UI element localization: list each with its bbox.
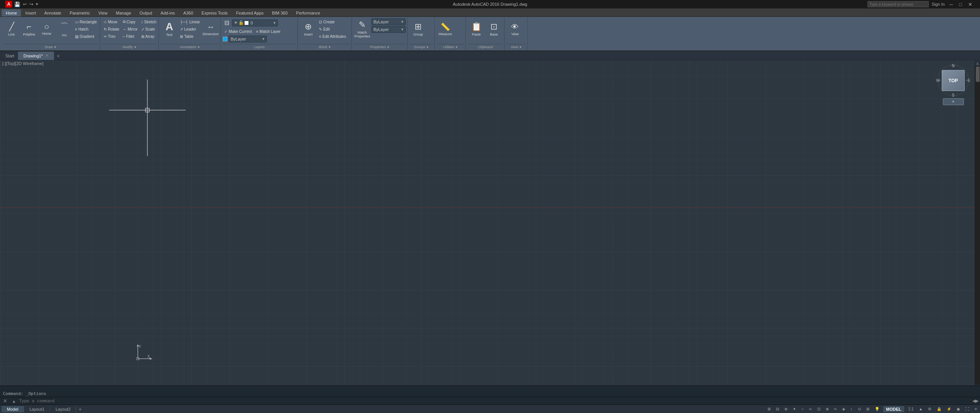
line-btn[interactable]: ╱ Line <box>3 18 20 40</box>
modify-group-label[interactable]: Modify ▼ <box>102 44 157 49</box>
fullscreen-btn[interactable]: ⛶ <box>964 406 971 411</box>
otrack-btn[interactable]: ∞ <box>807 406 813 411</box>
block-group-label[interactable]: Block ▼ <box>300 44 350 49</box>
viewcube-box[interactable]: TOP <box>942 70 965 91</box>
add-tab-btn[interactable]: + <box>54 52 62 60</box>
viewcube-bottom-btn[interactable]: ▼ <box>943 98 964 105</box>
tab-a360[interactable]: A360 <box>179 9 198 16</box>
minimize-btn[interactable]: ─ <box>948 2 954 7</box>
customization-btn[interactable]: ≡ <box>973 406 978 411</box>
redo-icon[interactable]: ↪ <box>29 2 34 7</box>
polar-btn[interactable]: ✦ <box>791 406 797 411</box>
fillet-btn[interactable]: ⌐ Fillet <box>121 33 136 40</box>
model-btn[interactable]: MODEL <box>883 406 905 412</box>
close-btn[interactable]: ✕ <box>967 2 974 7</box>
match-layer-btn[interactable]: ≡ Match Layer <box>255 28 282 35</box>
array-btn[interactable]: ⊞ Array <box>140 33 156 40</box>
cmd-scroll-end-btn[interactable]: ◀▶ <box>972 398 978 403</box>
rectangle-btn[interactable]: ▭ Rectangle <box>74 18 98 25</box>
tab-expresstools[interactable]: Express Tools <box>198 9 232 16</box>
tab-bim360[interactable]: BIM 360 <box>268 9 292 16</box>
vscroll-up-btn[interactable]: ▲ <box>975 60 980 66</box>
tab-performance[interactable]: Performance <box>292 9 324 16</box>
save-icon[interactable]: 💾 <box>13 2 21 7</box>
color-dropdown[interactable]: ByLayer ▼ <box>229 36 267 42</box>
linear-btn[interactable]: ├─┤ Linear <box>178 18 201 25</box>
linetype-dropdown[interactable]: ByLayer ▼ <box>371 18 406 25</box>
snap-btn[interactable]: ⊞ <box>766 406 772 411</box>
layer-name-dropdown[interactable]: ☀ 🔓 0 ▼ <box>232 20 278 26</box>
autocad-logo[interactable]: A <box>5 1 12 8</box>
model-tab[interactable]: Model <box>2 406 24 412</box>
gizmo-btn[interactable]: ⊞ <box>865 406 871 411</box>
tab-view[interactable]: View <box>94 9 112 16</box>
base-btn[interactable]: ⊡ Base <box>485 18 502 40</box>
dimension-btn[interactable]: ↔ Dimension <box>202 18 219 40</box>
3dosnap-btn[interactable]: ⊙ <box>856 406 862 411</box>
move-btn[interactable]: ⊹ Move <box>102 18 119 25</box>
create-btn[interactable]: ⊡ Create <box>317 18 348 25</box>
qa-dropdown-icon[interactable]: ▼ <box>35 2 39 6</box>
tab-featuredapps[interactable]: Featured Apps <box>232 9 268 16</box>
ws-settings-btn[interactable]: ⚙ <box>926 406 933 411</box>
tab-parametric[interactable]: Parametric <box>65 9 94 16</box>
lineweight-dropdown[interactable]: ByLayer ▼ <box>371 26 406 33</box>
edit-attributes-btn[interactable]: ≡ Edit Attributes <box>317 33 348 40</box>
ducs-btn[interactable]: ⊡ <box>816 406 822 411</box>
view-btn[interactable]: 👁 View <box>506 18 523 40</box>
make-current-btn[interactable]: ✓ Make Current <box>223 28 253 35</box>
tab-home[interactable]: Home <box>2 9 21 16</box>
trim-btn[interactable]: ✂ Trim <box>102 33 117 40</box>
start-tab[interactable]: Start <box>2 52 18 59</box>
gradient-btn[interactable]: ▨ Gradient <box>74 33 98 40</box>
tab-manage[interactable]: Manage <box>112 9 136 16</box>
draw-group-label[interactable]: Draw ▼ <box>3 44 98 49</box>
cmd-expand-btn[interactable]: ▲ <box>10 399 18 403</box>
layout1-tab[interactable]: Layout1 <box>24 406 50 412</box>
lock-ui-btn[interactable]: 🔒 <box>935 406 943 411</box>
properties-group-label[interactable]: Properties ▼ <box>354 44 406 49</box>
drawing1-close[interactable]: ✕ <box>45 53 49 58</box>
table-btn[interactable]: ⊞ Table <box>178 33 201 40</box>
tab-addins[interactable]: Add-ins <box>157 9 179 16</box>
tab-output[interactable]: Output <box>136 9 157 16</box>
layout2-tab[interactable]: Layout2 <box>50 406 76 412</box>
vertical-scrollbar[interactable]: ▲ ▼ <box>975 60 980 390</box>
drawing1-tab[interactable]: Drawing1* ✕ <box>18 52 54 60</box>
circle-btn[interactable]: ○ Home <box>38 18 55 40</box>
groups-group-label[interactable]: Groups ▼ <box>410 44 433 49</box>
isolate-btn[interactable]: 💡 <box>873 406 881 411</box>
utilities-group-label[interactable]: Utilities ▼ <box>437 44 464 49</box>
sel-cycling-btn[interactable]: ↕ <box>849 406 854 411</box>
undo-icon[interactable]: ↩ <box>22 2 28 7</box>
signin-btn[interactable]: Sign In <box>932 2 945 7</box>
copy-btn[interactable]: ⧉ Copy <box>121 18 137 25</box>
hardware-accel-btn[interactable]: ⚡ <box>945 406 953 411</box>
grid-btn[interactable]: ⊟ <box>774 406 781 411</box>
add-layout-btn[interactable]: + <box>76 405 84 413</box>
view-group-label[interactable]: View ▼ <box>506 44 526 49</box>
stretch-btn[interactable]: ↕ Stretch <box>140 18 158 25</box>
match-properties-btn[interactable]: ✎ Match Properties <box>354 18 371 40</box>
cmd-input[interactable] <box>19 398 971 403</box>
leader-btn[interactable]: ↗ Leader <box>178 26 201 33</box>
transp-btn[interactable]: ◈ <box>841 406 847 411</box>
paste-btn[interactable]: 📋 Paste <box>468 18 485 40</box>
ortho-btn[interactable]: ⊕ <box>783 406 789 411</box>
text-btn[interactable]: A Text <box>161 18 178 40</box>
tab-annotate[interactable]: Annotate <box>40 9 65 16</box>
lineweight-btn[interactable]: ═ <box>833 406 838 411</box>
viewport-scale-btn[interactable]: 1:1 <box>906 406 915 411</box>
annotation-group-label[interactable]: Annotation ▼ <box>161 44 219 49</box>
maximize-btn[interactable]: □ <box>957 2 964 7</box>
polyline-btn[interactable]: ⌐ Polyline <box>21 18 38 40</box>
layer-properties-btn[interactable]: ⊟ <box>223 18 231 27</box>
scale-btn[interactable]: ⤢ Scale <box>140 26 157 33</box>
measure-btn[interactable]: 📏 Measure <box>437 18 454 40</box>
vscroll-thumb[interactable] <box>976 67 980 82</box>
insert-btn[interactable]: ⊕ Insert <box>300 18 317 40</box>
cmd-close-btn[interactable]: ✕ <box>2 398 9 404</box>
edit-btn[interactable]: ✎ Edit <box>317 26 348 33</box>
arc-btn[interactable]: ⌒ Arc <box>56 18 73 40</box>
group-btn[interactable]: ⊞ Group <box>410 18 426 40</box>
